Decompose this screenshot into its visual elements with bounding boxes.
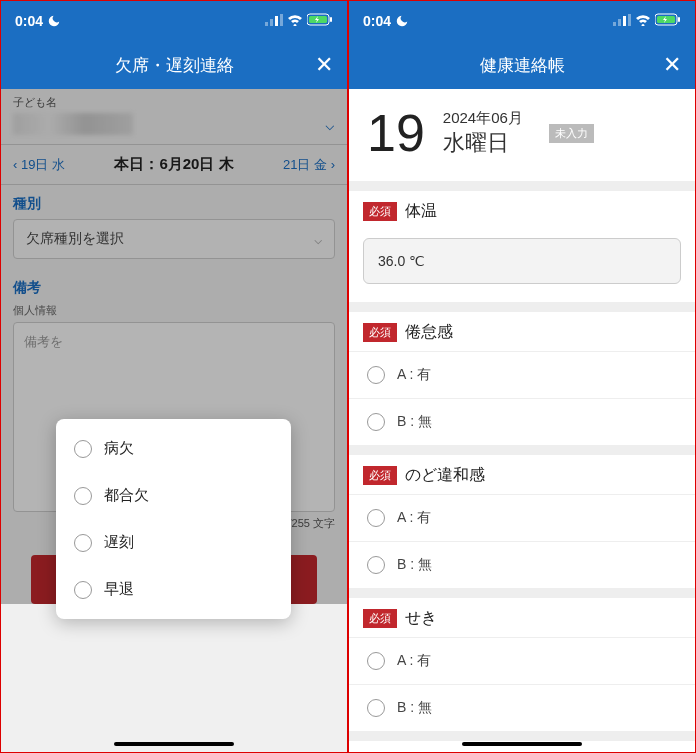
question-temperature: 必須 体温 36.0 ℃ xyxy=(349,191,695,312)
q-title-text: 体温 xyxy=(405,201,437,222)
option-b[interactable]: B : 無 xyxy=(349,684,695,731)
question-throat: 必須 のど違和感 A : 有 B : 無 xyxy=(349,455,695,598)
popup-option[interactable]: 早退 xyxy=(56,566,291,613)
header: 欠席・遅刻連絡 ✕ xyxy=(1,41,347,89)
battery-icon xyxy=(655,13,681,29)
radio-icon xyxy=(367,699,385,717)
status-tag: 未入力 xyxy=(549,124,594,143)
radio-icon xyxy=(367,366,385,384)
svg-rect-9 xyxy=(623,16,626,26)
radio-icon xyxy=(74,581,92,599)
radio-icon xyxy=(367,556,385,574)
svg-rect-0 xyxy=(265,22,268,26)
header: 健康連絡帳 ✕ xyxy=(349,41,695,89)
option-a[interactable]: A : 有 xyxy=(349,351,695,398)
option-a[interactable]: A : 有 xyxy=(349,494,695,541)
home-indicator xyxy=(114,742,234,746)
status-time: 0:04 xyxy=(15,13,43,29)
type-popup: 病欠 都合欠 遅刻 早退 xyxy=(56,419,291,619)
status-time: 0:04 xyxy=(363,13,391,29)
popup-option[interactable]: 都合欠 xyxy=(56,472,291,519)
svg-rect-3 xyxy=(280,14,283,26)
q-title-text: 倦怠感 xyxy=(405,322,453,343)
required-badge: 必須 xyxy=(363,202,397,221)
popup-option[interactable]: 病欠 xyxy=(56,425,291,472)
svg-rect-1 xyxy=(270,19,273,26)
required-badge: 必須 xyxy=(363,609,397,628)
close-icon[interactable]: ✕ xyxy=(315,52,333,78)
close-icon[interactable]: ✕ xyxy=(663,52,681,78)
svg-rect-6 xyxy=(330,17,332,22)
radio-icon xyxy=(367,509,385,527)
temperature-input[interactable]: 36.0 ℃ xyxy=(363,238,681,284)
status-bar: 0:04 xyxy=(349,1,695,41)
home-indicator xyxy=(462,742,582,746)
status-bar: 0:04 xyxy=(1,1,347,41)
year-month: 2024年06月 xyxy=(443,109,523,128)
header-title: 欠席・遅刻連絡 xyxy=(115,54,234,77)
svg-rect-10 xyxy=(628,14,631,26)
date-header: 19 2024年06月 水曜日 未入力 xyxy=(349,89,695,191)
wifi-icon xyxy=(287,13,303,29)
required-badge: 必須 xyxy=(363,466,397,485)
battery-icon xyxy=(307,13,333,29)
screen-health: 0:04 健康連絡帳 ✕ 19 2024年06月 水曜日 未入力 必須 体温 3… xyxy=(348,0,696,753)
signal-icon xyxy=(613,13,631,29)
question-fatigue: 必須 倦怠感 A : 有 B : 無 xyxy=(349,312,695,455)
option-b[interactable]: B : 無 xyxy=(349,398,695,445)
radio-icon xyxy=(74,534,92,552)
form-body: 子ども名 ⌵ ‹ 19日 水 本日：6月20日 木 21日 金 › 種別 欠席種… xyxy=(1,89,347,604)
day-number: 19 xyxy=(367,103,425,163)
svg-rect-2 xyxy=(275,16,278,26)
signal-icon xyxy=(265,13,283,29)
radio-icon xyxy=(367,652,385,670)
radio-icon xyxy=(74,440,92,458)
option-b[interactable]: B : 無 xyxy=(349,541,695,588)
wifi-icon xyxy=(635,13,651,29)
popup-option[interactable]: 遅刻 xyxy=(56,519,291,566)
option-a[interactable]: A : 有 xyxy=(349,637,695,684)
question-cough: 必須 せき A : 有 B : 無 xyxy=(349,598,695,741)
weekday: 水曜日 xyxy=(443,128,523,158)
q-title-text: せき xyxy=(405,608,437,629)
header-title: 健康連絡帳 xyxy=(480,54,565,77)
svg-rect-13 xyxy=(678,17,680,22)
radio-icon xyxy=(367,413,385,431)
moon-icon xyxy=(395,14,409,28)
required-badge: 必須 xyxy=(363,323,397,342)
screen-absence: 0:04 欠席・遅刻連絡 ✕ 子ども名 ⌵ ‹ 19日 水 本日：6月20日 木 xyxy=(0,0,348,753)
q-title-text: のど違和感 xyxy=(405,465,485,486)
svg-rect-7 xyxy=(613,22,616,26)
radio-icon xyxy=(74,487,92,505)
moon-icon xyxy=(47,14,61,28)
svg-rect-8 xyxy=(618,19,621,26)
